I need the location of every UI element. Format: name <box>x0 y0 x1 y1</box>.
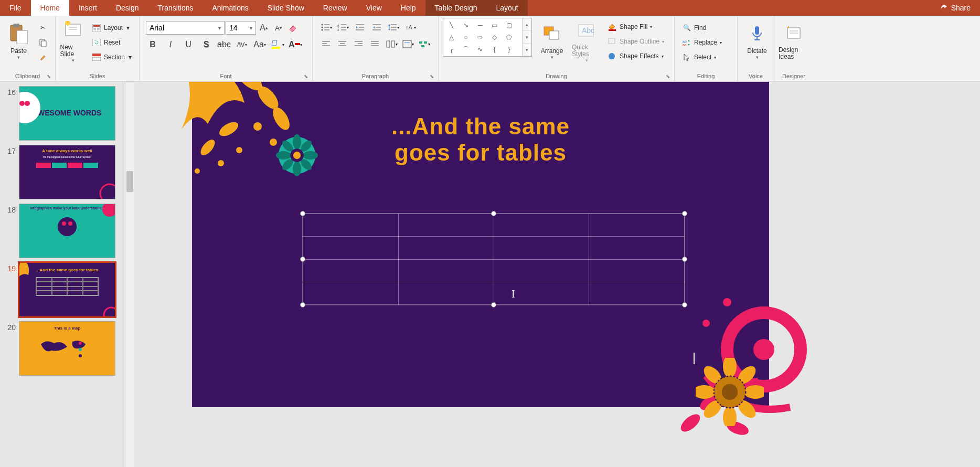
font-size-combo[interactable]: 14▾ <box>226 21 256 35</box>
arrange-button[interactable]: Arrange▾ <box>535 18 569 64</box>
thumbnail-pane[interactable]: 16 AWESOME WORDS 17 A time always works … <box>0 82 134 467</box>
resize-handle[interactable] <box>491 211 496 216</box>
grow-font-button[interactable]: A▴ <box>257 21 271 35</box>
svg-point-85 <box>79 354 82 357</box>
slide-thumb-16[interactable]: AWESOME WORDS <box>19 86 115 141</box>
tab-layout[interactable]: Layout <box>487 0 528 16</box>
tab-help[interactable]: Help <box>391 0 425 16</box>
gallery-down-icon[interactable]: ▾ <box>523 31 531 44</box>
thumb-number: 20 <box>4 321 16 332</box>
change-case-button[interactable]: Aa▾ <box>253 38 267 51</box>
font-name-combo[interactable]: Arial▾ <box>146 21 225 35</box>
shrink-font-button[interactable]: A▾ <box>272 21 285 35</box>
decrease-indent-button[interactable] <box>353 21 367 34</box>
text-direction-button[interactable]: ↕A▾ <box>403 21 418 34</box>
drawing-group-label: Drawing <box>546 73 567 79</box>
share-button[interactable]: Share <box>930 4 980 12</box>
find-button[interactable]: 🔍Find <box>679 21 733 35</box>
font-color-button[interactable]: A▾ <box>289 38 302 51</box>
paragraph-launcher-icon[interactable]: ⬊ <box>430 73 434 79</box>
replace-button[interactable]: abacReplace▾ <box>679 36 733 49</box>
slide-table[interactable]: I <box>302 213 685 305</box>
clear-format-button[interactable] <box>286 21 300 35</box>
svg-rect-58 <box>421 45 424 47</box>
svg-rect-13 <box>92 39 101 46</box>
line-spacing-button[interactable]: ▾ <box>386 21 401 34</box>
tab-insert[interactable]: Insert <box>69 0 106 16</box>
resize-handle[interactable] <box>300 211 305 216</box>
arrange-icon <box>543 26 561 41</box>
dictate-button[interactable]: Dictate▾ <box>742 18 772 64</box>
svg-point-112 <box>723 298 731 306</box>
reset-button[interactable]: Reset <box>89 36 135 49</box>
slide-thumb-18[interactable]: Infographics make your idea understable.… <box>19 204 115 258</box>
bullets-button[interactable]: ▾ <box>319 21 334 34</box>
increase-indent-button[interactable] <box>369 21 384 34</box>
tab-home[interactable]: Home <box>31 0 69 16</box>
cut-button[interactable]: ✂ <box>35 21 51 35</box>
slide-canvas-area[interactable]: ...And the same goes for tables <box>134 82 980 467</box>
thumb-number: 17 <box>4 145 16 155</box>
new-slide-button[interactable]: New Slide ▾ <box>60 18 87 64</box>
section-button[interactable]: Section▾ <box>89 50 135 64</box>
slide-thumb-17[interactable]: A time always works well It's the bigges… <box>19 145 115 199</box>
thumb-scrollbar[interactable] <box>125 82 134 467</box>
resize-handle[interactable] <box>491 302 496 307</box>
design-ideas-button[interactable]: Design Ideas <box>779 18 809 64</box>
italic-button[interactable]: I <box>164 38 177 51</box>
tab-transitions[interactable]: Transitions <box>148 0 203 16</box>
search-icon: 🔍 <box>682 23 691 33</box>
shadow-button[interactable]: S <box>199 38 213 51</box>
resize-handle[interactable] <box>682 211 687 216</box>
shapes-gallery[interactable]: ╲↘─▭▢ △○⇨◇⬠ ╭⌒∿{} ▴▾▾ <box>443 18 532 57</box>
strike-button[interactable]: abc <box>217 38 231 51</box>
layout-button[interactable]: Layout▾ <box>89 21 135 35</box>
smartart-button[interactable]: ▾ <box>418 38 432 50</box>
tab-slideshow[interactable]: Slide Show <box>258 0 314 16</box>
svg-point-114 <box>723 358 737 378</box>
slide-thumb-19[interactable]: ...And the same goes for tables <box>19 262 115 317</box>
columns-button[interactable]: ▾ <box>385 38 399 50</box>
decoration-flower-orange <box>696 358 764 426</box>
drawing-launcher-icon[interactable]: ⬊ <box>666 73 670 79</box>
tab-table-design[interactable]: Table Design <box>425 0 487 16</box>
font-launcher-icon[interactable]: ⬊ <box>304 73 308 79</box>
align-right-button[interactable] <box>352 38 366 50</box>
svg-text:↕A: ↕A <box>406 24 413 30</box>
select-button[interactable]: Select▾ <box>679 50 733 64</box>
justify-button[interactable] <box>368 38 382 50</box>
slides-group-label: Slides <box>90 73 105 79</box>
shape-effects-button[interactable]: Shape Effects▾ <box>604 49 667 63</box>
scrollbar-handle[interactable] <box>126 171 133 192</box>
paste-button[interactable]: Paste ▾ <box>4 18 33 64</box>
highlight-button[interactable]: ▾ <box>271 38 284 51</box>
tab-animations[interactable]: Animations <box>203 0 258 16</box>
resize-handle[interactable] <box>682 257 687 262</box>
tab-view[interactable]: View <box>357 0 391 16</box>
align-left-button[interactable] <box>319 38 333 50</box>
shape-fill-button[interactable]: Shape Fill▾ <box>604 20 667 34</box>
copy-button[interactable] <box>35 36 51 49</box>
svg-point-74 <box>19 92 40 123</box>
align-text-button[interactable]: ▾ <box>401 38 415 50</box>
slide-thumb-20[interactable]: This is a map <box>19 321 115 376</box>
resize-handle[interactable] <box>300 257 305 262</box>
tab-review[interactable]: Review <box>314 0 357 16</box>
svg-point-65 <box>609 53 615 59</box>
gallery-more-icon[interactable]: ▾ <box>523 44 531 56</box>
tab-design[interactable]: Design <box>106 0 148 16</box>
slide-canvas[interactable]: ...And the same goes for tables <box>192 82 769 407</box>
bold-button[interactable]: B <box>146 38 159 51</box>
tab-file[interactable]: File <box>0 0 31 16</box>
underline-button[interactable]: U <box>182 38 195 51</box>
svg-point-80 <box>68 221 72 226</box>
format-painter-button[interactable] <box>35 50 51 64</box>
resize-handle[interactable] <box>300 302 305 307</box>
align-center-button[interactable] <box>335 38 349 50</box>
svg-rect-53 <box>391 41 395 47</box>
clipboard-launcher-icon[interactable]: ⬊ <box>47 73 51 79</box>
gallery-up-icon[interactable]: ▴ <box>523 18 531 31</box>
char-spacing-button[interactable]: AV▾ <box>235 38 249 51</box>
numbering-button[interactable]: 123▾ <box>336 21 350 34</box>
shape-outline-button: Shape Outline▾ <box>604 35 667 48</box>
